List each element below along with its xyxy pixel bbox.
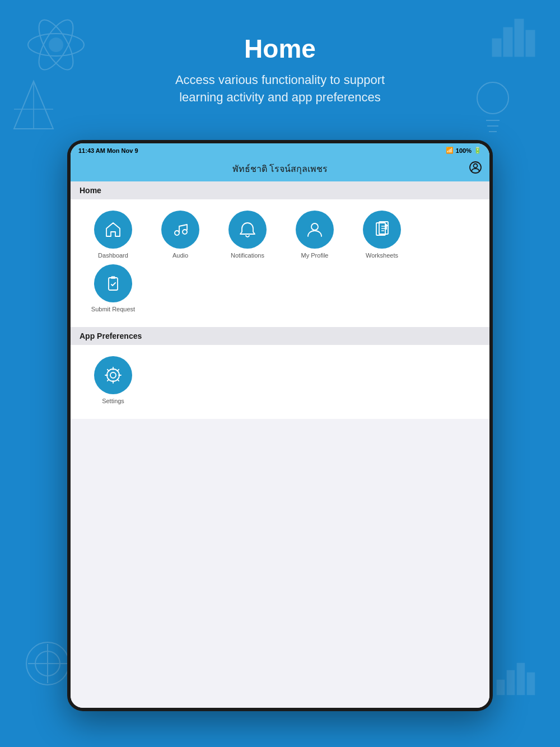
notifications-icon-circle	[228, 211, 267, 249]
svg-point-26	[183, 230, 187, 234]
battery-label: 100%	[456, 147, 472, 154]
home-section-body: Dashboard Audio	[71, 199, 489, 327]
status-icons: 📶 100% 🔋	[446, 147, 482, 154]
dashboard-label: Dashboard	[98, 252, 128, 259]
svg-point-16	[35, 651, 60, 676]
svg-rect-22	[528, 673, 534, 694]
app-preferences-section-header: App Preferences	[71, 327, 489, 345]
account-icon[interactable]	[469, 161, 482, 176]
svg-rect-19	[497, 680, 504, 694]
chart-bottom-decoration	[493, 655, 538, 702]
submit-request-item[interactable]: Submit Request	[80, 264, 147, 312]
audio-icon-circle	[161, 211, 199, 249]
svg-point-15	[26, 642, 69, 685]
audio-label: Audio	[172, 252, 188, 259]
my-profile-label: My Profile	[301, 252, 329, 259]
app-preferences-icon-grid: Settings	[80, 356, 480, 410]
circle-bottom-decoration	[22, 638, 73, 691]
submit-request-icon-circle	[94, 264, 132, 302]
my-profile-icon-circle	[296, 211, 334, 249]
svg-rect-28	[376, 223, 385, 235]
status-time: 11:43 AM Mon Nov 9	[78, 147, 138, 154]
dashboard-icon-circle	[94, 211, 132, 249]
page-subtitle: Access various functionality to supportl…	[0, 72, 560, 106]
home-icon-grid: Dashboard Audio	[80, 211, 480, 318]
nav-title: พัทธ์ชาติ โรจน์สกุลเพชร	[232, 162, 328, 176]
svg-point-35	[110, 372, 116, 378]
wifi-icon: 📶	[446, 147, 454, 154]
content-area: Home Dashboard	[71, 181, 489, 708]
dashboard-item[interactable]: Dashboard	[80, 211, 147, 259]
submit-request-label: Submit Request	[91, 306, 135, 312]
svg-rect-20	[507, 671, 514, 694]
svg-point-27	[311, 223, 318, 230]
page-title: Home	[0, 34, 560, 64]
nav-bar: พัทธ์ชาติ โรจน์สกุลเพชร	[71, 157, 489, 181]
home-section-header: Home	[71, 181, 489, 199]
status-bar: 11:43 AM Mon Nov 9 📶 100% 🔋	[71, 143, 489, 157]
my-profile-item[interactable]: My Profile	[281, 211, 348, 259]
tablet-inner: 11:43 AM Mon Nov 9 📶 100% 🔋 พัทธ์ชาติ โร…	[71, 143, 489, 708]
svg-point-24	[474, 164, 478, 168]
worksheets-item[interactable]: Worksheets	[348, 211, 416, 259]
svg-point-25	[175, 231, 179, 235]
app-preferences-section-body: Settings	[71, 345, 489, 419]
settings-icon-circle	[94, 356, 132, 394]
svg-rect-21	[517, 664, 524, 694]
svg-point-36	[107, 369, 119, 381]
notifications-item[interactable]: Notifications	[214, 211, 281, 259]
settings-label: Settings	[102, 398, 124, 404]
audio-item[interactable]: Audio	[147, 211, 214, 259]
battery-icon: 🔋	[474, 147, 482, 154]
page-header: Home Access various functionality to sup…	[0, 0, 560, 123]
notifications-label: Notifications	[231, 252, 264, 259]
settings-item[interactable]: Settings	[80, 356, 147, 404]
worksheets-label: Worksheets	[366, 252, 398, 259]
worksheets-icon-circle	[363, 211, 401, 249]
tablet-frame: 11:43 AM Mon Nov 9 📶 100% 🔋 พัทธ์ชาติ โร…	[67, 140, 493, 711]
